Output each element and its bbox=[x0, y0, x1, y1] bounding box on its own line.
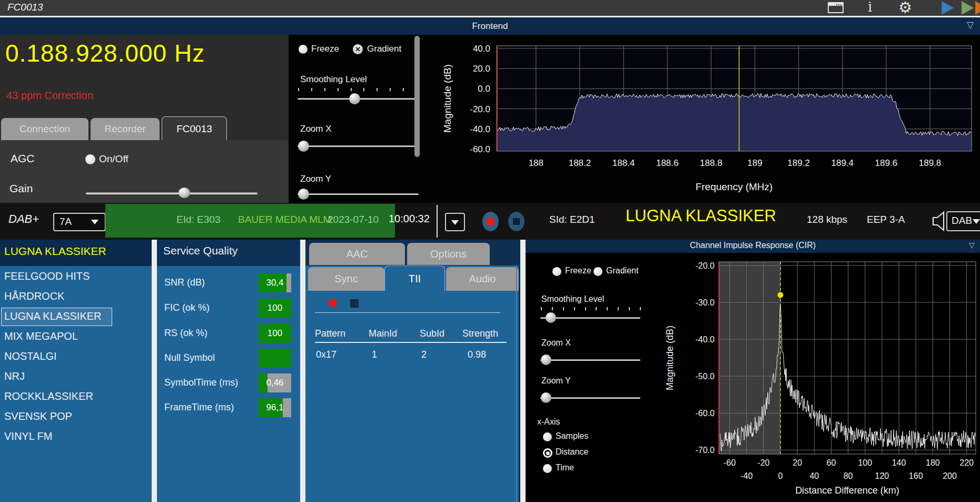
tab-sync[interactable]: Sync bbox=[308, 267, 384, 291]
xaxis-time-radio[interactable] bbox=[543, 464, 552, 473]
frontend-zoomx-knob[interactable] bbox=[298, 141, 309, 152]
speaker-icon[interactable] bbox=[931, 210, 947, 233]
svg-text:-30.0: -30.0 bbox=[696, 298, 715, 307]
stop-icon bbox=[513, 218, 520, 225]
info-icon[interactable]: i bbox=[868, 0, 872, 15]
station-item[interactable]: NOSTALGI bbox=[4, 350, 57, 362]
cir-smoothing-knob[interactable] bbox=[546, 312, 556, 323]
cir-zoomx-knob[interactable] bbox=[541, 355, 551, 365]
sq-bar-null-symbol bbox=[259, 349, 291, 368]
frontend-gradient-checkbox[interactable]: ✕ bbox=[353, 44, 363, 54]
splitter-2[interactable] bbox=[300, 240, 305, 502]
tab-recorder[interactable]: Recorder bbox=[91, 118, 160, 140]
tii-col-mainid: MainId bbox=[369, 328, 397, 339]
cir-gradient-radio[interactable] bbox=[593, 267, 602, 276]
station-item-selected[interactable]: LUGNA KLASSIKER bbox=[4, 310, 102, 322]
svg-text:189.8: 189.8 bbox=[919, 158, 942, 168]
cir-zoomx-track[interactable] bbox=[540, 359, 640, 361]
service-name: LUGNA KLASSIKER bbox=[626, 206, 776, 225]
tab-options[interactable]: Options bbox=[407, 243, 490, 265]
svg-text:0: 0 bbox=[778, 471, 783, 480]
tii-cell-strength: 0.98 bbox=[468, 349, 486, 360]
tii-cell-subid: 2 bbox=[421, 349, 427, 360]
tab-tii-active[interactable]: TII bbox=[384, 265, 445, 291]
frontend-freeze-radio[interactable] bbox=[299, 45, 308, 54]
sq-label-symboltime: SymbolTime (ms) bbox=[164, 377, 238, 388]
station-item[interactable]: VINYL FM bbox=[4, 430, 53, 442]
svg-text:160: 160 bbox=[909, 471, 923, 480]
edge-button-fragment[interactable] bbox=[975, 1, 980, 15]
tii-cell-mainid: 1 bbox=[372, 349, 377, 360]
play-button-green[interactable] bbox=[962, 1, 974, 15]
svg-text:-70.0: -70.0 bbox=[696, 446, 715, 455]
channel-dropdown[interactable]: 7A bbox=[53, 213, 106, 231]
sq-bar-fic: 100 bbox=[259, 299, 291, 318]
cir-zoomx-label: Zoom X bbox=[541, 338, 571, 348]
frontend-scrollbar[interactable] bbox=[414, 36, 420, 157]
cir-smoothing-tickmarks bbox=[541, 307, 641, 310]
station-item[interactable]: SVENSK POP bbox=[4, 410, 72, 422]
svg-text:40: 40 bbox=[809, 471, 819, 480]
stop-button[interactable] bbox=[508, 212, 524, 231]
station-item[interactable]: ROCKKLASSIKER bbox=[4, 390, 93, 402]
cir-zoomy-track[interactable] bbox=[540, 397, 640, 399]
expand-dropdown-button[interactable] bbox=[445, 213, 465, 231]
ensemble-date: 2023-07-10 bbox=[328, 214, 379, 225]
frontend-spectrum-plot: 188188.2188.4188.6188.8189189.2189.4189.… bbox=[427, 35, 980, 203]
channel-value: 7A bbox=[60, 216, 72, 228]
cir-gradient-label: Gradient bbox=[606, 266, 638, 275]
frontend-zoomx-track[interactable] bbox=[298, 145, 419, 147]
record-icon bbox=[486, 217, 495, 226]
gain-slider-track[interactable] bbox=[86, 192, 258, 194]
gain-label: Gain bbox=[9, 182, 33, 195]
tii-content bbox=[305, 265, 519, 502]
xaxis-samples-label: Samples bbox=[556, 431, 588, 441]
output-dropdown[interactable]: DAB bbox=[946, 211, 980, 231]
ensemble-id: EId: E303 bbox=[176, 214, 220, 225]
svg-text:220: 220 bbox=[959, 458, 974, 467]
frontend-zoomx-label: Zoom X bbox=[300, 124, 332, 134]
station-item[interactable]: NRJ bbox=[4, 370, 25, 382]
tii-col-strength: Strength bbox=[462, 328, 498, 339]
svg-text:60: 60 bbox=[827, 458, 836, 467]
record-button[interactable] bbox=[482, 212, 499, 231]
tab-audio[interactable]: Audio bbox=[446, 267, 519, 291]
station-item[interactable]: FEELGOOD HITS bbox=[4, 270, 90, 282]
cir-header-title: Channel Impulse Response (CIR) bbox=[526, 241, 980, 250]
tab-fc0013-active[interactable]: FC0013 bbox=[162, 116, 227, 140]
svg-text:Frequency (MHz): Frequency (MHz) bbox=[696, 181, 773, 192]
sq-label-fic: FIC (ok %) bbox=[164, 302, 210, 313]
ensemble-time: 10:00:32 bbox=[389, 213, 430, 225]
frontend-smoothing-knob[interactable] bbox=[349, 93, 360, 104]
station-item[interactable]: HÅRDROCK bbox=[4, 290, 64, 302]
window-layout-icon[interactable] bbox=[828, 2, 844, 13]
sq-bar-frametime: 96,1 bbox=[259, 398, 291, 417]
svg-text:-20: -20 bbox=[757, 458, 769, 467]
svg-text:80: 80 bbox=[844, 471, 853, 480]
svg-text:Distance Difference (km): Distance Difference (km) bbox=[795, 485, 899, 496]
tii-divider-line bbox=[315, 312, 500, 313]
cir-freeze-radio[interactable] bbox=[552, 267, 561, 276]
gain-slider-knob[interactable] bbox=[179, 188, 190, 198]
cir-collapse-icon[interactable]: ▽ bbox=[969, 241, 975, 249]
xaxis-samples-radio[interactable] bbox=[543, 432, 552, 441]
tab-aac[interactable]: AAC bbox=[309, 243, 405, 265]
tab-connection[interactable]: Connection bbox=[1, 118, 88, 140]
frontend-zoomy-knob[interactable] bbox=[298, 189, 309, 200]
gear-icon[interactable]: ⚙ bbox=[898, 0, 912, 16]
splitter-1[interactable] bbox=[152, 240, 157, 502]
splitter-3[interactable] bbox=[520, 240, 526, 502]
svg-text:189: 189 bbox=[747, 158, 762, 168]
svg-text:-40.0: -40.0 bbox=[470, 124, 490, 134]
frontend-zoomy-track[interactable] bbox=[298, 193, 419, 195]
service-quality-title: Service Quality bbox=[163, 244, 237, 257]
xaxis-distance-radio[interactable] bbox=[543, 448, 552, 458]
svg-text:188.6: 188.6 bbox=[656, 158, 679, 168]
play-button-blue[interactable] bbox=[942, 1, 954, 15]
svg-text:Magnitude (dB): Magnitude (dB) bbox=[442, 64, 453, 133]
svg-text:-20.0: -20.0 bbox=[696, 261, 715, 270]
frontend-collapse-icon[interactable]: ▽ bbox=[967, 19, 974, 31]
agc-radio[interactable] bbox=[85, 154, 95, 164]
cir-zoomy-knob[interactable] bbox=[541, 392, 551, 403]
station-item[interactable]: MIX MEGAPOL bbox=[4, 330, 78, 342]
